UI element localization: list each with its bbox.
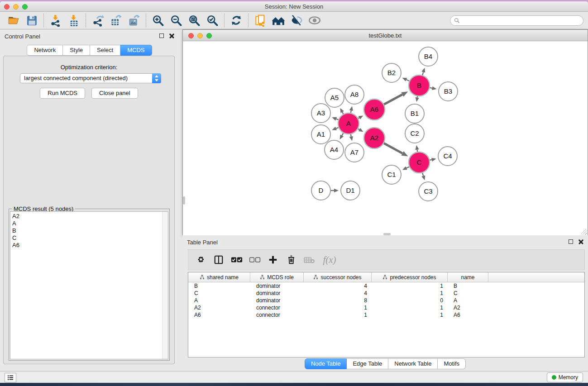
- cell-predecessor-nodes[interactable]: 1: [372, 311, 448, 319]
- table-row[interactable]: Bdominator41B: [188, 282, 584, 290]
- edge-C-C2[interactable]: [417, 150, 418, 152]
- cell-predecessor-nodes[interactable]: 0: [372, 297, 448, 304]
- save-session-icon[interactable]: [25, 14, 38, 27]
- network-graph[interactable]: B4B2BB3A5A8A6B1A3AA1C2A2A4A7C4CC1C3DD1: [183, 42, 588, 235]
- table-row[interactable]: Cdominator41C: [188, 290, 584, 297]
- cell-shared-name[interactable]: C: [188, 290, 250, 297]
- cell-MCDS-role[interactable]: dominator: [250, 290, 304, 297]
- zoom-in-icon[interactable]: [151, 14, 165, 27]
- mcds-result-list[interactable]: A2ABCA6: [10, 211, 168, 359]
- edge-A-A2[interactable]: [358, 129, 359, 130]
- cell-successor-nodes[interactable]: 4: [304, 290, 372, 297]
- edge-C-C3[interactable]: [422, 173, 423, 176]
- cell-shared-name[interactable]: A: [188, 297, 250, 304]
- resize-grip-icon[interactable]: [581, 229, 587, 235]
- zoom-out-icon[interactable]: [169, 14, 183, 27]
- column-header-predecessor-nodes[interactable]: predecessor nodes: [372, 272, 448, 282]
- import-network-icon[interactable]: [49, 14, 62, 27]
- edge-A-A5[interactable]: [342, 112, 343, 114]
- cell-name[interactable]: A2: [448, 304, 488, 311]
- network-canvas[interactable]: B4B2BB3A5A8A6B1A3AA1C2A2A4A7C4CC1C3DD1: [183, 42, 588, 235]
- import-table-icon[interactable]: [67, 14, 81, 27]
- edge-A-A4[interactable]: [342, 133, 343, 135]
- cell-name[interactable]: C: [448, 290, 488, 297]
- edge-A-A6[interactable]: [358, 118, 359, 118]
- cell-successor-nodes[interactable]: 1: [304, 304, 372, 311]
- cell-predecessor-nodes[interactable]: 1: [372, 282, 448, 290]
- delete-column-trash-icon[interactable]: [283, 253, 299, 267]
- delete-table-icon[interactable]: [301, 253, 317, 267]
- table-row[interactable]: Adominator80A: [188, 297, 584, 304]
- canvas-vscroll-thumb[interactable]: [183, 196, 185, 205]
- float-table-panel-icon[interactable]: [569, 239, 573, 244]
- table-row[interactable]: A2connector11A2: [188, 304, 584, 311]
- cell-MCDS-role[interactable]: connector: [250, 304, 304, 311]
- tab-select[interactable]: Select: [90, 45, 120, 56]
- column-header-successor-nodes[interactable]: successor nodes: [304, 272, 372, 282]
- network-window-titlebar[interactable]: testGlobe.txt: [183, 30, 588, 41]
- run-mcds-button[interactable]: Run MCDS: [40, 88, 85, 99]
- function-builder-button[interactable]: f(x): [320, 253, 339, 267]
- result-scrollbar[interactable]: [162, 212, 168, 359]
- edge-C-C1[interactable]: [406, 167, 409, 168]
- task-history-button[interactable]: [5, 373, 16, 382]
- tab-edge-table[interactable]: Edge Table: [347, 358, 388, 369]
- edge-A6-B[interactable]: [384, 95, 402, 105]
- edge-B-B2[interactable]: [406, 80, 409, 81]
- cell-successor-nodes[interactable]: 4: [304, 282, 372, 290]
- cell-MCDS-role[interactable]: dominator: [250, 282, 304, 290]
- export-table-icon[interactable]: [109, 14, 123, 27]
- mcds-result-item[interactable]: A: [12, 220, 168, 227]
- new-network-from-selection-icon[interactable]: [253, 14, 267, 27]
- show-all-icon[interactable]: [272, 14, 285, 27]
- tab-network-table[interactable]: Network Table: [388, 358, 438, 369]
- tab-style[interactable]: Style: [63, 45, 90, 56]
- edge-A-A1[interactable]: [336, 128, 339, 129]
- optimization-criterion-dropdown[interactable]: largest connected component (directed): [20, 73, 161, 83]
- mcds-result-item[interactable]: C: [12, 234, 168, 242]
- cell-shared-name[interactable]: B: [188, 282, 250, 290]
- float-panel-icon[interactable]: [159, 33, 164, 38]
- edge-B-B3[interactable]: [430, 88, 432, 88]
- mcds-result-item[interactable]: B: [12, 227, 168, 234]
- search-input[interactable]: [460, 18, 583, 24]
- cell-MCDS-role[interactable]: connector: [250, 311, 304, 319]
- zoom-fit-icon[interactable]: [187, 14, 201, 27]
- export-network-icon[interactable]: [91, 14, 105, 27]
- cell-name[interactable]: B: [448, 282, 488, 290]
- deselect-all-icon[interactable]: [247, 253, 263, 267]
- table-settings-gear-icon[interactable]: [193, 253, 208, 267]
- tab-motifs[interactable]: Motifs: [438, 358, 466, 369]
- tab-network[interactable]: Network: [27, 45, 63, 56]
- show-column-panel-icon[interactable]: [211, 253, 226, 267]
- close-table-panel-icon[interactable]: [578, 239, 583, 244]
- search-field[interactable]: [450, 15, 583, 26]
- cell-successor-nodes[interactable]: 8: [304, 297, 372, 304]
- cell-predecessor-nodes[interactable]: 1: [372, 304, 448, 311]
- edge-A2-C[interactable]: [384, 143, 402, 153]
- cell-name[interactable]: A6: [448, 311, 488, 319]
- edge-A-A7[interactable]: [351, 134, 351, 137]
- create-column-plus-icon[interactable]: [265, 253, 281, 267]
- edge-B-B4[interactable]: [422, 72, 423, 75]
- column-header-name[interactable]: name: [448, 272, 488, 282]
- column-header-MCDS-role[interactable]: MCDS role: [250, 272, 304, 282]
- table-row[interactable]: A6connector11A6: [188, 311, 584, 319]
- tab-node-table[interactable]: Node Table: [305, 358, 347, 369]
- cell-successor-nodes[interactable]: 1: [304, 311, 372, 319]
- cell-name[interactable]: A: [448, 297, 488, 304]
- cell-predecessor-nodes[interactable]: 1: [372, 290, 448, 297]
- hide-selected-eye-icon[interactable]: [290, 14, 303, 27]
- edge-A-A8[interactable]: [351, 110, 351, 113]
- refresh-icon[interactable]: [229, 14, 243, 27]
- open-file-icon[interactable]: [7, 14, 20, 27]
- close-panel-icon[interactable]: [169, 33, 174, 38]
- export-image-icon[interactable]: [127, 14, 141, 27]
- memory-button[interactable]: Memory: [547, 372, 583, 382]
- cell-shared-name[interactable]: A6: [188, 311, 250, 319]
- show-hide-eye-icon[interactable]: [308, 14, 321, 27]
- cell-shared-name[interactable]: A2: [188, 304, 250, 311]
- edge-A-A3[interactable]: [336, 119, 339, 120]
- mcds-result-item[interactable]: A2: [12, 213, 168, 220]
- cell-MCDS-role[interactable]: dominator: [250, 297, 304, 304]
